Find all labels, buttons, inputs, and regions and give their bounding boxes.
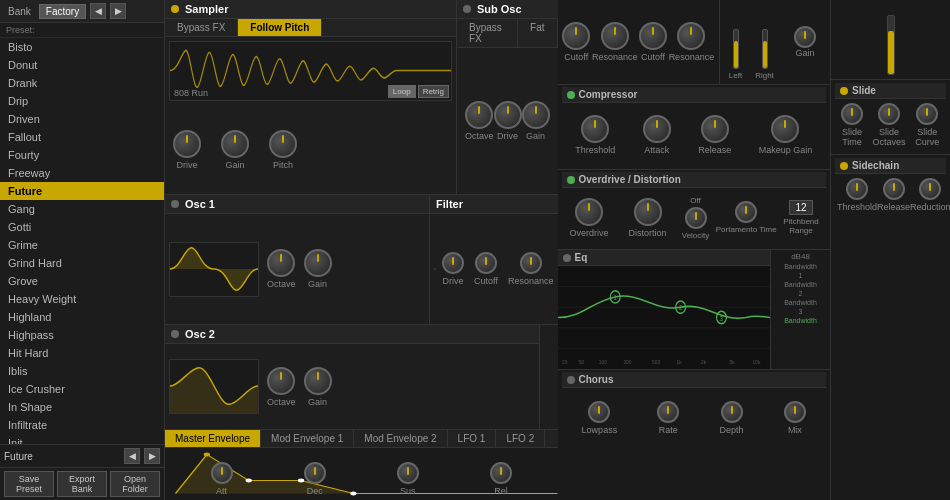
cutoff1-knob[interactable] [562, 22, 590, 50]
osc1-gain-knob[interactable] [304, 249, 332, 277]
osc1-octave-knob[interactable] [267, 249, 295, 277]
comp-makeup-knob[interactable] [771, 115, 799, 143]
sampler-tab-follow[interactable]: Follow Pitch [238, 19, 322, 36]
open-folder-btn[interactable]: Open Folder [110, 471, 160, 497]
sc-reduction-label: Reduction [910, 202, 950, 212]
env-tab-2[interactable]: Mod Envelope 2 [354, 430, 447, 447]
osc1-led [171, 200, 179, 208]
preset-item-driven[interactable]: Driven [0, 110, 164, 128]
filter-cutoff-knob[interactable] [475, 252, 497, 274]
subosc-tab-bypass[interactable]: Bypass FX [457, 19, 518, 47]
chorus-mix-knob[interactable] [784, 401, 806, 423]
eq-sidebar: dB48 Bandwidth 1 Bandwidth 2 Bandwidth 3… [770, 250, 830, 369]
sampler-tab-bypass[interactable]: Bypass FX [165, 19, 238, 36]
preset-item-bisto[interactable]: Bisto [0, 38, 164, 56]
preset-item-hit-hard[interactable]: Hit Hard [0, 344, 164, 362]
comp-release-knob[interactable] [701, 115, 729, 143]
preset-item-init[interactable]: Init [0, 434, 164, 444]
preset-next-btn[interactable]: ▶ [110, 3, 126, 19]
right-slider[interactable] [762, 29, 768, 69]
retrig-btn[interactable]: Retrig [418, 85, 449, 98]
chorus-lowpass-knob[interactable] [588, 401, 610, 423]
sampler-gain-knob[interactable] [221, 130, 249, 158]
preset-item-future[interactable]: Future [0, 182, 164, 200]
preset-item-ice-crusher[interactable]: Ice Crusher [0, 380, 164, 398]
preset-item-drank[interactable]: Drank [0, 74, 164, 92]
env-att-group: Att [211, 462, 233, 496]
env-dec-knob[interactable] [304, 462, 326, 484]
svg-point-0 [204, 453, 210, 457]
portamento-knob[interactable] [735, 201, 757, 223]
osc1-gain-label: Gain [308, 279, 327, 289]
preset-item-fourty[interactable]: Fourty [0, 146, 164, 164]
preset-item-freeway[interactable]: Freeway [0, 164, 164, 182]
filter-knobs-row: Drive Cutoff Resonance [442, 252, 553, 286]
filter-resonance-knob[interactable] [520, 252, 542, 274]
preset-item-fallout[interactable]: Fallout [0, 128, 164, 146]
osc2-led [171, 330, 179, 338]
preset-item-grime[interactable]: Grime [0, 236, 164, 254]
preset-item-infiltrate[interactable]: Infiltrate [0, 416, 164, 434]
slide-curve-knob[interactable] [916, 103, 938, 125]
filter-header: Filter [430, 195, 557, 214]
left-slider[interactable] [733, 29, 739, 69]
slide-time-knob[interactable] [841, 103, 863, 125]
sc-reduction-knob[interactable] [919, 178, 941, 200]
resonance2-knob[interactable] [677, 22, 705, 50]
preset-item-gang[interactable]: Gang [0, 200, 164, 218]
comp-attack-knob[interactable] [643, 115, 671, 143]
factory-button[interactable]: Factory [39, 4, 86, 19]
preset-item-drip[interactable]: Drip [0, 92, 164, 110]
preset-item-in-shape[interactable]: In Shape [0, 398, 164, 416]
preset-item-highpass[interactable]: Highpass [0, 326, 164, 344]
slide-time-group: Slide Time [837, 103, 867, 147]
preset-item-iblis[interactable]: Iblis [0, 362, 164, 380]
sampler-pitch-group: Pitch [269, 130, 297, 170]
preset-item-gotti[interactable]: Gotti [0, 218, 164, 236]
bw-label-0: dB48 [773, 252, 828, 261]
velocity-knob[interactable] [685, 207, 707, 229]
subosc-drive-knob[interactable] [494, 101, 522, 129]
loop-btn[interactable]: Loop [388, 85, 416, 98]
gain-right-knob[interactable] [794, 26, 816, 48]
preset-item-heavy-weight[interactable]: Heavy Weight [0, 290, 164, 308]
subosc-octave-knob[interactable] [465, 101, 493, 129]
osc2-octave-knob[interactable] [267, 367, 295, 395]
od-overdrive-knob[interactable] [575, 198, 603, 226]
env-rel-knob[interactable] [490, 462, 512, 484]
osc2-gain-knob[interactable] [304, 367, 332, 395]
gain-right-label: Gain [795, 48, 814, 58]
preset-item-grove[interactable]: Grove [0, 272, 164, 290]
chorus-mix-group: Mix [784, 401, 806, 435]
chorus-depth-knob[interactable] [721, 401, 743, 423]
preset-bottom-prev[interactable]: ◀ [124, 448, 140, 464]
preset-prev-btn[interactable]: ◀ [90, 3, 106, 19]
env-tab-4[interactable]: LFO 2 [496, 430, 545, 447]
subosc-gain-knob[interactable] [522, 101, 550, 129]
filter-drive-knob[interactable] [442, 252, 464, 274]
slide-octaves-knob[interactable] [878, 103, 900, 125]
sc-threshold-knob[interactable] [846, 178, 868, 200]
export-bank-btn[interactable]: Export Bank [57, 471, 107, 497]
chorus-rate-knob[interactable] [657, 401, 679, 423]
main-volume-slider[interactable] [887, 15, 895, 75]
env-sus-knob[interactable] [397, 462, 419, 484]
osc2-gain-group: Gain [304, 367, 332, 407]
env-tab-0[interactable]: Master Envelope [165, 430, 261, 447]
cutoff2-knob[interactable] [639, 22, 667, 50]
preset-item-donut[interactable]: Donut [0, 56, 164, 74]
sampler-pitch-knob[interactable] [269, 130, 297, 158]
resonance1-knob[interactable] [601, 22, 629, 50]
sampler-drive-knob[interactable] [173, 130, 201, 158]
preset-bottom-next[interactable]: ▶ [144, 448, 160, 464]
env-tab-1[interactable]: Mod Envelope 1 [261, 430, 354, 447]
comp-threshold-knob[interactable] [581, 115, 609, 143]
preset-item-highland[interactable]: Highland [0, 308, 164, 326]
env-tab-3[interactable]: LFO 1 [448, 430, 497, 447]
sc-release-knob[interactable] [883, 178, 905, 200]
save-preset-btn[interactable]: Save Preset [4, 471, 54, 497]
preset-item-grind-hard[interactable]: Grind Hard [0, 254, 164, 272]
od-distortion-knob[interactable] [634, 198, 662, 226]
env-att-knob[interactable] [211, 462, 233, 484]
subosc-tab-fat[interactable]: Fat [518, 19, 557, 47]
